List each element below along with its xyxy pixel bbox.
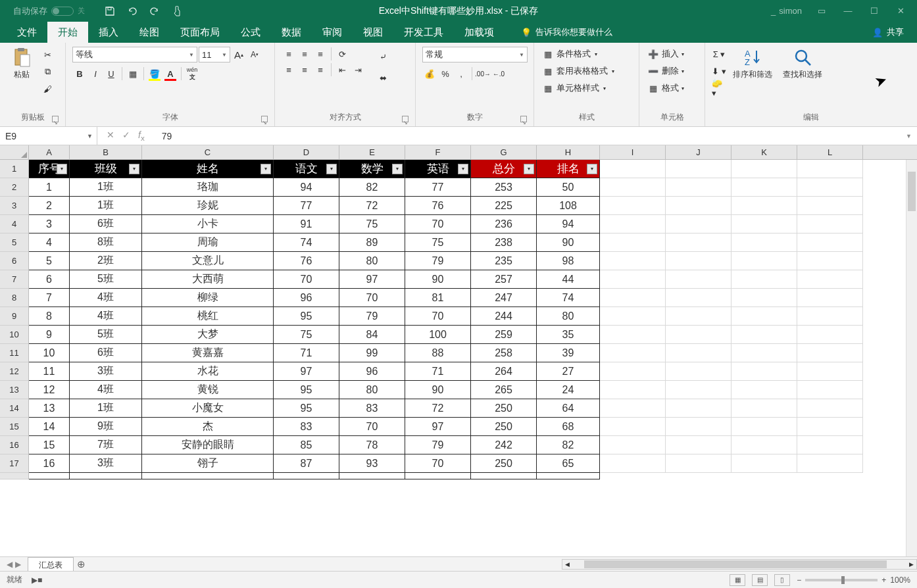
accounting-icon[interactable]: 💰 <box>422 66 437 81</box>
empty-cell[interactable] <box>666 381 731 399</box>
empty-cell[interactable] <box>797 454 863 473</box>
data-cell[interactable]: 6班 <box>70 344 142 362</box>
data-cell[interactable]: 244 <box>471 307 537 326</box>
empty-cell[interactable] <box>666 307 731 326</box>
row-header[interactable]: 13 <box>0 381 29 399</box>
col-header[interactable]: F <box>405 145 471 159</box>
row-header[interactable]: 2 <box>0 178 29 197</box>
empty-cell[interactable] <box>731 233 797 252</box>
empty-cell[interactable] <box>600 270 666 289</box>
data-cell[interactable]: 3班 <box>70 454 142 473</box>
tab-view[interactable]: 视图 <box>353 22 393 43</box>
page-layout-view-icon[interactable]: ▤ <box>752 574 768 586</box>
data-cell[interactable]: 74 <box>274 233 339 252</box>
tab-data[interactable]: 数据 <box>271 22 312 43</box>
align-left-icon[interactable]: ≡ <box>282 62 296 77</box>
data-cell[interactable]: 250 <box>471 399 537 418</box>
empty-cell[interactable] <box>731 252 797 270</box>
scroll-right-icon[interactable]: ▶ <box>909 561 914 568</box>
empty-cell[interactable] <box>797 326 863 344</box>
data-cell[interactable]: 9 <box>29 326 70 344</box>
col-header[interactable]: B <box>70 145 142 159</box>
data-cell[interactable]: 80 <box>339 381 405 399</box>
underline-button[interactable]: U <box>104 66 118 81</box>
data-cell[interactable]: 88 <box>405 344 471 362</box>
data-cell[interactable]: 90 <box>537 233 600 252</box>
data-cell[interactable]: 珍妮 <box>142 197 274 215</box>
row-header[interactable]: 11 <box>0 344 29 362</box>
data-cell[interactable]: 77 <box>405 178 471 197</box>
empty-cell[interactable] <box>666 233 731 252</box>
data-cell[interactable] <box>339 473 405 479</box>
empty-cell[interactable] <box>600 252 666 270</box>
data-cell[interactable]: 80 <box>537 307 600 326</box>
grow-font-icon[interactable]: A▴ <box>232 47 246 62</box>
data-cell[interactable]: 242 <box>471 436 537 454</box>
table-header-cell[interactable]: 总分▾ <box>471 160 537 178</box>
empty-cell[interactable] <box>797 362 863 381</box>
cell-styles-button[interactable]: ▦单元格样式 ▾ <box>541 81 606 95</box>
data-cell[interactable]: 70 <box>339 289 405 307</box>
data-cell[interactable]: 79 <box>405 252 471 270</box>
data-cell[interactable] <box>142 473 274 479</box>
empty-cell[interactable] <box>797 215 863 233</box>
row-header[interactable]: 17 <box>0 454 29 473</box>
col-header[interactable]: D <box>274 145 339 159</box>
scroll-thumb[interactable] <box>584 560 887 568</box>
data-cell[interactable]: 44 <box>537 270 600 289</box>
empty-cell[interactable] <box>731 381 797 399</box>
row-header[interactable]: 1 <box>0 160 29 178</box>
data-cell[interactable]: 72 <box>339 197 405 215</box>
empty-cell[interactable] <box>731 454 797 473</box>
vertical-scrollbar[interactable] <box>906 160 917 556</box>
page-break-view-icon[interactable]: ▯ <box>774 574 790 586</box>
format-cells-button[interactable]: ▦格式 ▾ <box>646 81 684 95</box>
data-cell[interactable]: 70 <box>339 418 405 436</box>
redo-icon[interactable] <box>149 6 160 16</box>
data-cell[interactable]: 65 <box>537 454 600 473</box>
sort-filter-button[interactable]: AZ 排序和筛选 <box>729 47 776 80</box>
tell-me[interactable]: 💡 告诉我你想要做什么 <box>521 26 612 38</box>
data-cell[interactable]: 2 <box>29 197 70 215</box>
data-cell[interactable]: 95 <box>274 381 339 399</box>
dec-decimal-icon[interactable]: ←.0 <box>491 66 506 81</box>
dialog-launcher-icon[interactable]: ↘ <box>261 116 268 122</box>
data-cell[interactable]: 杰 <box>142 418 274 436</box>
data-cell[interactable]: 90 <box>405 270 471 289</box>
empty-cell[interactable] <box>797 252 863 270</box>
empty-cell[interactable] <box>600 289 666 307</box>
inc-decimal-icon[interactable]: .00→ <box>476 66 490 81</box>
empty-cell[interactable] <box>666 362 731 381</box>
col-header[interactable]: C <box>142 145 274 159</box>
data-cell[interactable] <box>405 473 471 479</box>
minimize-icon[interactable]: — <box>841 5 855 18</box>
data-cell[interactable]: 75 <box>405 233 471 252</box>
dialog-launcher-icon[interactable]: ↘ <box>52 116 59 122</box>
empty-cell[interactable] <box>666 160 731 178</box>
align-center-icon[interactable]: ≡ <box>297 62 312 77</box>
data-cell[interactable]: 95 <box>274 399 339 418</box>
bold-button[interactable]: B <box>72 66 87 81</box>
row-header[interactable]: 8 <box>0 289 29 307</box>
tab-formulas[interactable]: 公式 <box>230 22 271 43</box>
select-all-triangle[interactable] <box>0 145 29 159</box>
data-cell[interactable]: 96 <box>339 362 405 381</box>
data-cell[interactable]: 14 <box>29 418 70 436</box>
empty-cell[interactable] <box>797 233 863 252</box>
data-cell[interactable]: 1 <box>29 178 70 197</box>
font-color-button[interactable]: A <box>163 66 178 81</box>
orientation-icon[interactable]: ⟳ <box>335 47 349 61</box>
col-header[interactable]: G <box>471 145 537 159</box>
col-header[interactable]: E <box>339 145 405 159</box>
data-cell[interactable]: 76 <box>274 252 339 270</box>
data-cell[interactable]: 250 <box>471 418 537 436</box>
expand-formula-icon[interactable]: ▼ <box>901 133 917 139</box>
data-cell[interactable]: 79 <box>405 436 471 454</box>
row-header[interactable]: 12 <box>0 362 29 381</box>
undo-icon[interactable] <box>127 6 137 16</box>
row-header[interactable] <box>0 473 29 479</box>
border-button[interactable]: ▦ <box>126 66 140 81</box>
empty-cell[interactable] <box>797 418 863 436</box>
zoom-in-icon[interactable]: + <box>881 576 886 585</box>
insert-cells-button[interactable]: ➕插入 ▾ <box>646 47 684 61</box>
